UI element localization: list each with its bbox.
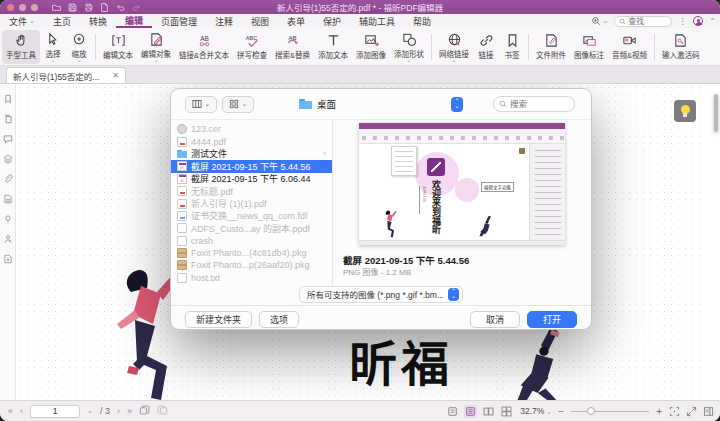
pages-panel-icon[interactable] [3,114,13,124]
fullscreen-icon[interactable] [686,406,697,417]
options-button[interactable]: 选项 [259,311,299,328]
cancel-button[interactable]: 取消 [470,311,520,328]
maximize-window-button[interactable] [31,4,38,11]
new-document-icon[interactable] [100,3,109,12]
close-tab-icon[interactable]: ✕ [112,71,119,80]
menu-page-organize[interactable]: 页面管理 [152,14,206,28]
continuous-view-icon[interactable] [464,405,477,418]
edit-object-button[interactable]: 编辑对象 ⌄ [137,30,175,64]
menu-form[interactable]: 表单 [278,14,314,28]
save-icon[interactable] [68,3,77,12]
page-number-input[interactable] [30,405,80,418]
new-folder-button[interactable]: 新建文件夹 [185,311,252,328]
hand-tool-button[interactable]: 手型工具 [2,30,40,64]
bookmark-button[interactable]: 书签 [499,30,525,64]
spell-check-button[interactable]: ABC 拼写检查 [233,30,271,64]
menu-home[interactable]: 主页 [44,14,80,28]
column-view-button[interactable]: ⌄ [185,96,217,113]
menu-accessibility-tools[interactable]: 辅助工具 [350,14,404,28]
next-page-icon[interactable]: › [117,406,120,416]
menu-protect[interactable]: 保护 [314,14,350,28]
zoom-percentage-dropdown[interactable]: 32.7%⌄ [520,406,551,416]
collapse-toolbar-icon[interactable]: ⌃ [709,17,716,26]
file-row[interactable]: 4444.pdf [171,135,332,147]
facing-view-icon[interactable] [482,405,495,418]
dialog-search-input[interactable] [510,99,569,109]
audio-video-button[interactable]: 音频&视频 [608,30,651,64]
account-icon[interactable] [693,16,703,26]
folder-row[interactable]: 测试文件› [171,148,332,160]
reading-panel-icon[interactable] [703,406,714,417]
zoom-out-icon[interactable]: − [558,406,564,417]
quick-zoom-tool[interactable]: ⌄ [591,16,608,26]
link-join-text-button[interactable]: AB 链接&合并文本 [175,30,233,64]
file-row[interactable]: 123.cer [171,123,332,135]
file-row[interactable]: 无标题.pdf [171,185,332,197]
group-view-button[interactable]: ⌄ [222,96,254,113]
previous-page-icon[interactable]: ‹ [20,406,23,416]
link-button[interactable]: 链接 [473,30,499,64]
close-window-button[interactable] [7,4,14,11]
file-row[interactable]: Foxit Phanto...(4c81db4).pkg [171,247,332,259]
redo-icon[interactable] [132,3,141,12]
search-replace-button[interactable]: AB 搜索&替换 [271,30,314,64]
vertical-scrollbar[interactable] [713,84,719,400]
zoom-slider-knob[interactable] [587,407,595,415]
scrollbar-thumb[interactable] [714,94,718,132]
menu-edit[interactable]: 编辑 [116,14,152,28]
first-page-icon[interactable]: « [8,406,13,416]
activation-code-button[interactable]: 输入激活码 [658,30,704,64]
comments-panel-icon[interactable] [3,134,13,144]
menu-help[interactable]: 帮助 [404,14,440,28]
menu-file[interactable]: 文件⌄ [0,14,44,28]
attachments-panel-icon[interactable] [3,174,13,184]
add-shape-button[interactable]: 添加形状 ⌄ [390,30,428,64]
file-row[interactable]: host.txt [171,272,332,284]
menu-convert[interactable]: 转换 [80,14,116,28]
find-search-input[interactable] [628,17,667,26]
open-file-icon[interactable] [52,3,61,12]
dialog-search-box[interactable] [493,96,575,112]
menu-comment[interactable]: 注释 [206,14,242,28]
export-panel-icon[interactable] [3,254,13,264]
file-row[interactable]: Foxit Phanto...p(26aaf20).pkg [171,259,332,271]
continuous-facing-view-icon[interactable] [500,405,513,418]
open-button[interactable]: 打开 [527,311,577,328]
file-type-dropdown[interactable]: 所有可支持的图像 (*.png *.gif *.bm... ⌃⌄ [299,286,463,303]
menu-view[interactable]: 视图 [242,14,278,28]
file-row[interactable]: 证书交换__news_qq_com.fdf [171,210,332,222]
location-dropdown[interactable]: 桌面 ⌃⌄ [297,95,465,113]
edit-text-button[interactable]: 编辑文本 [99,30,137,64]
zoom-tool-button[interactable]: 缩放 ⌄ [66,30,92,64]
layers-panel-icon[interactable] [3,154,13,164]
file-attachment-button[interactable]: 文件附件 [532,30,570,64]
add-image-button[interactable]: 添加图像 [352,30,390,64]
bookmarks-panel-icon[interactable] [3,94,13,104]
file-row[interactable]: 新人引导 (1)(1).pdf [171,197,332,209]
destinations-panel-icon[interactable] [3,214,13,224]
zoom-in-icon[interactable]: + [656,406,662,417]
print-icon[interactable] [84,3,93,12]
select-tool-button[interactable]: 选择 ⌄ [40,30,66,64]
more-options-icon[interactable]: ⋮ [678,16,687,26]
web-link-button[interactable]: 网络链接 ⌄ [435,30,473,64]
document-tab[interactable]: 新人引导(1)55否定的... ✕ [6,67,126,83]
last-page-icon[interactable]: » [127,406,132,416]
file-type-stepper-icon[interactable]: ⌃⌄ [448,288,459,301]
zoom-slider[interactable] [571,406,649,416]
previous-view-icon[interactable] [139,405,150,418]
undo-icon[interactable] [116,3,125,12]
single-page-view-icon[interactable] [446,405,459,418]
tips-lightbulb-button[interactable] [674,100,696,122]
location-stepper-icon[interactable]: ⌃⌄ [451,97,463,112]
file-row[interactable]: 截屏 2021-09-15 下午 6.06.44 [171,173,332,185]
file-row[interactable]: crash [171,235,332,247]
fields-panel-icon[interactable] [3,194,13,204]
fit-page-icon[interactable] [669,406,680,417]
find-search-box[interactable] [614,16,672,27]
file-row-selected[interactable]: 截屏 2021-09-15 下午 5.44.56 [171,160,332,172]
image-annotation-button[interactable]: 图像标注 [570,30,608,64]
next-view-icon[interactable] [157,405,168,418]
signature-panel-icon[interactable] [3,234,13,244]
file-row[interactable]: ADFS_Custo...ay 的副本.ppdf [171,222,332,234]
